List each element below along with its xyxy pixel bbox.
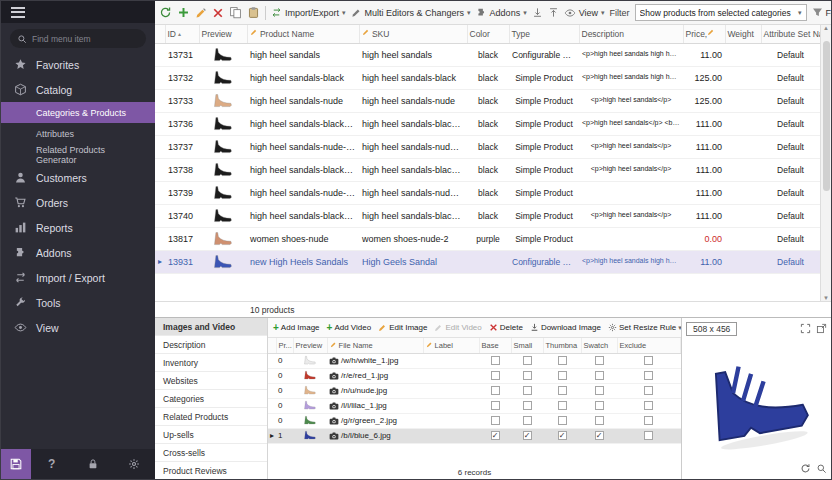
add-image-button[interactable]: +Add Image xyxy=(273,322,320,333)
col-price[interactable]: Price, xyxy=(683,25,725,43)
scroll-up-icon[interactable]: ▲ xyxy=(823,25,829,31)
sidebar-item-import-export[interactable]: Import / Export xyxy=(1,265,155,290)
delete-product-button[interactable] xyxy=(212,7,224,19)
col-base[interactable]: Base xyxy=(479,338,511,353)
sidebar-item-favorites[interactable]: Favorites xyxy=(1,52,155,77)
sidebar-item-attributes[interactable]: Attributes xyxy=(1,123,155,144)
detail-tab[interactable]: Cross-sells xyxy=(155,444,267,462)
sidebar-item-orders[interactable]: Orders xyxy=(1,190,155,215)
open-in-new-button[interactable] xyxy=(816,323,827,334)
checkbox[interactable] xyxy=(644,401,653,410)
checkbox[interactable] xyxy=(558,356,567,365)
view-menu[interactable]: View▾ xyxy=(564,7,605,19)
sidebar-item-catalog[interactable]: Catalog xyxy=(1,77,155,102)
sidebar-search[interactable] xyxy=(10,29,146,48)
col-swatch[interactable]: Swatch xyxy=(581,338,617,353)
checkbox[interactable] xyxy=(558,416,567,425)
checkbox[interactable]: ✓ xyxy=(558,431,567,440)
checkbox[interactable] xyxy=(491,386,500,395)
image-row[interactable]: 0/g/r/green_2.jpg xyxy=(268,413,681,428)
checkbox[interactable] xyxy=(595,416,604,425)
copy-button[interactable] xyxy=(229,6,242,19)
image-row[interactable]: 0/w/h/white_1.jpg xyxy=(268,353,681,368)
checkbox[interactable] xyxy=(558,386,567,395)
checkbox[interactable] xyxy=(491,401,500,410)
lock-button[interactable] xyxy=(72,458,113,470)
checkbox[interactable] xyxy=(595,401,604,410)
checkbox[interactable]: ✓ xyxy=(491,431,500,440)
product-row[interactable]: 13736high heel sandals-black-36high heel… xyxy=(155,112,820,135)
image-row[interactable]: 0/r/e/red_1.jpg xyxy=(268,368,681,383)
col-id[interactable]: ID▴ xyxy=(165,25,199,43)
col-product-name[interactable]: Product Name xyxy=(247,25,359,43)
checkbox[interactable] xyxy=(523,401,532,410)
col-image-preview[interactable]: Preview xyxy=(293,338,327,353)
product-row[interactable]: 13737high heel sandals-nude-36high heel … xyxy=(155,135,820,158)
checkbox[interactable] xyxy=(595,371,604,380)
scrollbar-thumb[interactable] xyxy=(823,41,830,191)
menu-toggle-button[interactable] xyxy=(1,1,155,23)
col-exclude[interactable]: Exclude xyxy=(617,338,681,353)
addons-menu[interactable]: Addons▾ xyxy=(476,7,527,18)
search-input[interactable] xyxy=(32,34,139,44)
col-sku[interactable]: SKU xyxy=(359,25,467,43)
settings-button[interactable] xyxy=(114,458,155,470)
set-resize-rule-button[interactable]: Set Resize Rule▾ xyxy=(608,323,681,332)
col-small[interactable]: Small xyxy=(511,338,543,353)
fullscreen-button[interactable] xyxy=(800,323,811,334)
edit-product-button[interactable] xyxy=(195,7,207,19)
col-file-name[interactable]: File Name xyxy=(327,338,423,353)
edit-image-button[interactable]: Edit Image xyxy=(378,323,427,332)
checkbox[interactable] xyxy=(558,401,567,410)
detail-tab[interactable]: Up-sells xyxy=(155,426,267,444)
col-preview[interactable]: Preview xyxy=(199,25,247,43)
checkbox[interactable] xyxy=(595,356,604,365)
collapse-all-button[interactable] xyxy=(548,7,559,18)
checkbox[interactable] xyxy=(644,371,653,380)
sidebar-item-reports[interactable]: Reports xyxy=(1,215,155,240)
sidebar-item-addons[interactable]: Addons xyxy=(1,240,155,265)
category-filter-select[interactable]: Show products from selected categories ▾ xyxy=(635,4,807,21)
detail-tab[interactable]: Inventory xyxy=(155,354,267,372)
checkbox[interactable]: ✓ xyxy=(523,431,532,440)
col-description[interactable]: Description xyxy=(579,25,683,43)
paste-button[interactable] xyxy=(247,6,260,19)
rotate-button[interactable] xyxy=(800,463,811,474)
expand-all-button[interactable] xyxy=(532,7,543,18)
sidebar-item-view[interactable]: View xyxy=(1,315,155,340)
save-button[interactable] xyxy=(1,449,31,479)
import-export-menu[interactable]: Import/Export▾ xyxy=(271,7,346,18)
download-image-button[interactable]: Download Image xyxy=(530,323,601,332)
product-row[interactable]: ▸13931new High Heels SandalsHigh Geels S… xyxy=(155,250,820,273)
col-type[interactable]: Type xyxy=(509,25,579,43)
detail-tab[interactable]: Related Products xyxy=(155,408,267,426)
sidebar-item-categories-products[interactable]: Categories & Products xyxy=(1,102,155,123)
product-row[interactable]: 13732high heel sandals-blackhigh heel sa… xyxy=(155,66,820,89)
refresh-button[interactable] xyxy=(159,6,172,19)
col-position[interactable]: Pr... xyxy=(276,338,293,353)
product-row[interactable]: 13733high heel sandals-nudehigh heel san… xyxy=(155,89,820,112)
image-row[interactable]: 0/n/u/nude.jpg xyxy=(268,383,681,398)
sidebar-item-related-products-generator[interactable]: Related Products Generator xyxy=(1,144,155,165)
image-row[interactable]: ▸1/b/l/blue_6.jpg✓✓✓✓ xyxy=(268,428,681,443)
edit-video-button[interactable]: Edit Video xyxy=(434,323,481,332)
sidebar-item-customers[interactable]: Customers xyxy=(1,165,155,190)
checkbox[interactable] xyxy=(491,371,500,380)
vertical-scrollbar[interactable]: ▲ ▼ xyxy=(820,25,831,301)
help-button[interactable]: ? xyxy=(31,457,72,471)
checkbox[interactable] xyxy=(523,371,532,380)
product-row[interactable]: 13738high heel sandals-black-37high heel… xyxy=(155,158,820,181)
sidebar-item-tools[interactable]: Tools xyxy=(1,290,155,315)
detail-tab[interactable]: Description xyxy=(155,336,267,354)
col-thumbnail[interactable]: Thumbna xyxy=(543,338,581,353)
checkbox[interactable] xyxy=(558,371,567,380)
col-attribute-set-name[interactable]: Attribute Set Name xyxy=(761,25,820,43)
checkbox[interactable] xyxy=(491,356,500,365)
scroll-down-icon[interactable]: ▼ xyxy=(823,295,829,301)
checkbox[interactable] xyxy=(644,431,653,440)
image-row[interactable]: 0/l/i/lilac_1.jpg xyxy=(268,398,681,413)
detail-tab[interactable]: Websites xyxy=(155,372,267,390)
checkbox[interactable] xyxy=(491,416,500,425)
checkbox[interactable] xyxy=(644,416,653,425)
detail-tab[interactable]: Images and Video xyxy=(155,318,267,336)
